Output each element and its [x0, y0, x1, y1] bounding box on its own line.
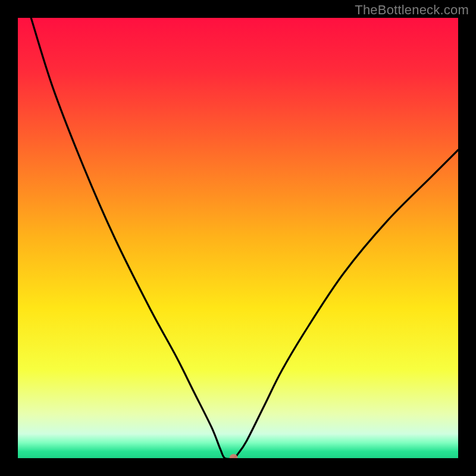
chart-frame: TheBottleneck.com — [0, 0, 476, 476]
bottleneck-chart — [18, 18, 458, 458]
gradient-background — [18, 18, 458, 458]
plot-area — [18, 18, 458, 458]
watermark-label: TheBottleneck.com — [355, 2, 469, 18]
